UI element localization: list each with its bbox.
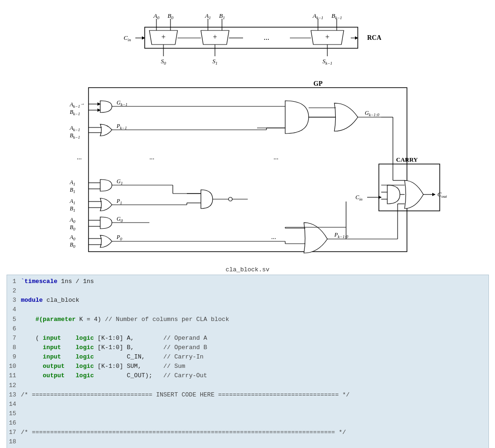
svg-rect-34 [89, 88, 407, 252]
line-num-12: 12 [7, 381, 21, 390]
svg-text:Gk−1:0: Gk−1:0 [365, 110, 379, 117]
line-content-10: output logic [K-1:0] SUM, // Sum [21, 362, 488, 371]
svg-text:Cin: Cin [124, 34, 131, 42]
line-content-6 [21, 324, 488, 334]
line-num-4: 4 [7, 305, 21, 314]
line-content-3: module cla_block [21, 296, 488, 305]
code-line-9: 9 input logic C_IN, // Carry-In [7, 352, 488, 362]
svg-text:Bk−1: Bk−1 [70, 109, 80, 116]
line-num-9: 9 [7, 352, 21, 362]
line-content-15 [21, 409, 488, 418]
code-line-18: 18 [7, 437, 488, 447]
rca-diagram: A0 B0 A1 B1 Ak−1 Bk−1 + + ... + [84, 9, 412, 70]
line-num-11: 11 [7, 371, 21, 381]
svg-text:Gk−1: Gk−1 [117, 99, 127, 107]
svg-text:...: ... [271, 233, 276, 240]
line-content-2 [21, 286, 488, 296]
line-num-10: 10 [7, 362, 21, 371]
line-content-5: #(parameter K = 4) // Number of columns … [21, 315, 488, 324]
line-num-6: 6 [7, 324, 21, 334]
code-line-7: 7 ( input logic [K-1:0] A, // Operand A [7, 334, 488, 343]
page-container: A0 B0 A1 B1 Ak−1 Bk−1 + + ... + [0, 0, 495, 448]
svg-text:S0: S0 [161, 58, 166, 66]
svg-text:...: ... [264, 33, 269, 41]
svg-point-87 [229, 197, 232, 201]
svg-text:+: + [325, 33, 329, 41]
svg-text:GP: GP [313, 80, 323, 87]
line-num-18: 18 [7, 437, 21, 447]
svg-text:...: ... [149, 154, 155, 161]
svg-text:A0: A0 [69, 234, 75, 241]
code-line-11: 11 output logic C_OUT); // Carry-Out [7, 371, 488, 381]
svg-text:Ak−1: Ak−1 [69, 125, 80, 132]
svg-text:Cout: Cout [437, 191, 447, 199]
line-num-15: 15 [7, 409, 21, 418]
svg-text:A0: A0 [69, 217, 75, 224]
line-num-16: 16 [7, 418, 21, 428]
line-num-7: 7 [7, 334, 21, 343]
line-content-11: output logic C_OUT); // Carry-Out [21, 371, 488, 381]
svg-text:+: + [161, 33, 165, 41]
svg-text:RCA: RCA [367, 34, 382, 41]
line-num-1: 1 [7, 277, 21, 286]
svg-text:B1: B1 [70, 205, 75, 213]
code-block: 1 `timescale 1ns / 1ns 2 3 module cla_bl… [7, 275, 489, 448]
code-line-16: 16 [7, 418, 488, 428]
svg-text:Cin: Cin [355, 194, 363, 202]
svg-text:→: → [80, 101, 85, 106]
line-num-5: 5 [7, 315, 21, 324]
line-content-9: input logic C_IN, // Carry-In [21, 352, 488, 362]
svg-text:B0: B0 [70, 224, 75, 231]
line-content-1: `timescale 1ns / 1ns [21, 277, 488, 286]
code-line-17: 17 /* ==================================… [7, 428, 488, 437]
code-line-12: 12 [7, 381, 488, 390]
svg-text:A1: A1 [69, 179, 75, 187]
svg-text:P0: P0 [116, 234, 122, 241]
code-line-2: 2 [7, 286, 488, 296]
line-content-17: /* =====================================… [21, 428, 488, 437]
line-num-8: 8 [7, 343, 21, 352]
svg-text:A1: A1 [69, 198, 75, 205]
line-num-13: 13 [7, 390, 21, 400]
svg-text:B1: B1 [70, 187, 75, 194]
svg-text:G1: G1 [117, 178, 123, 186]
code-line-10: 10 output logic [K-1:0] SUM, // Sum [7, 362, 488, 371]
code-line-5: 5 #(parameter K = 4) // Number of column… [7, 315, 488, 324]
svg-text:CARRY: CARRY [396, 156, 418, 163]
svg-text:S1: S1 [212, 58, 217, 66]
svg-text:P1: P1 [116, 198, 122, 205]
line-num-14: 14 [7, 400, 21, 409]
code-line-14: 14 [7, 400, 488, 409]
line-content-12 [21, 381, 488, 390]
code-line-4: 4 [7, 305, 488, 314]
svg-text:G0: G0 [117, 216, 123, 223]
line-num-17: 17 [7, 428, 21, 437]
svg-text:Ak−1: Ak−1 [69, 101, 80, 109]
line-content-16 [21, 418, 488, 428]
code-line-8: 8 input logic [K-1:0] B, // Operand B [7, 343, 488, 352]
line-num-3: 3 [7, 296, 21, 305]
cla-diagram: GP CARRY Ak−1 Bk−1 → Gk−1 Ak−1 Bk−1 [56, 77, 440, 260]
code-line-13: 13 /* ================================= … [7, 390, 488, 400]
svg-text:+: + [213, 33, 217, 41]
line-content-8: input logic [K-1:0] B, // Operand B [21, 343, 488, 352]
code-filename: cla_block.sv [226, 266, 270, 273]
code-line-3: 3 module cla_block [7, 296, 488, 305]
line-content-4 [21, 305, 488, 314]
svg-text:...: ... [273, 154, 279, 161]
svg-text:Pk−1: Pk−1 [116, 123, 127, 130]
line-content-14 [21, 400, 488, 409]
svg-text:B0: B0 [70, 241, 75, 249]
line-content-18 [21, 437, 488, 447]
line-num-2: 2 [7, 286, 21, 296]
code-line-6: 6 [7, 324, 488, 334]
svg-text:Bk−1: Bk−1 [70, 132, 80, 140]
svg-text:...: ... [77, 154, 82, 161]
line-content-7: ( input logic [K-1:0] A, // Operand A [21, 334, 488, 343]
line-content-13: /* ================================= INS… [21, 390, 488, 400]
svg-text:Sk−1: Sk−1 [322, 58, 332, 66]
code-line-15: 15 [7, 409, 488, 418]
code-line-1: 1 `timescale 1ns / 1ns [7, 277, 488, 286]
